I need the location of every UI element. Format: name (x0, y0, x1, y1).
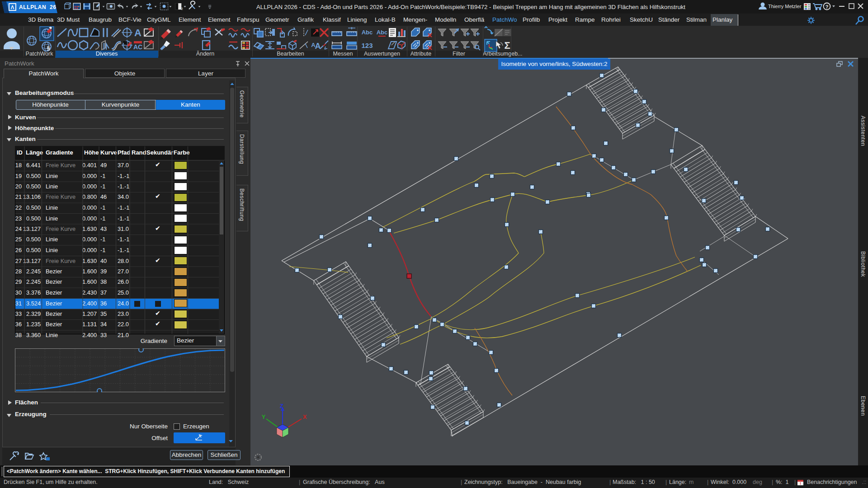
svg-text:Abc: Abc (377, 29, 388, 36)
svg-text:Σ: Σ (504, 40, 510, 51)
svg-text:Y: Y (262, 413, 266, 420)
svg-text:123: 123 (361, 42, 373, 49)
svg-text:2: 2 (181, 7, 183, 10)
svg-text:?: ? (826, 4, 829, 9)
svg-text:!: ! (800, 481, 801, 486)
svg-text:ALLPLAN 26: ALLPLAN 26 (19, 4, 57, 10)
svg-text:Abc: Abc (362, 29, 373, 36)
svg-text:Λ: Λ (11, 5, 14, 10)
svg-text:§: § (47, 45, 50, 52)
svg-text:X: X (303, 413, 307, 420)
svg-text:Z: Z (280, 403, 283, 409)
svg-text:A: A (134, 27, 142, 38)
svg-text:A: A (315, 42, 321, 51)
svg-text:AC: AC (133, 43, 142, 51)
svg-text:Thierry Metzler: Thierry Metzler (768, 4, 802, 9)
